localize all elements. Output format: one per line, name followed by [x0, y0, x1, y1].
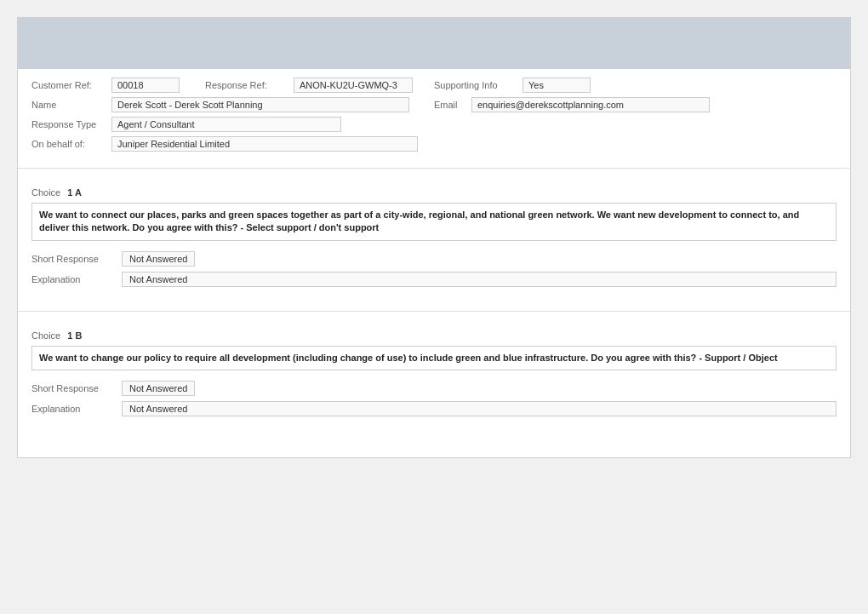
bottom-spacer: [18, 432, 850, 457]
choice-b-question: We want to change our policy to require …: [31, 346, 837, 370]
choice-b-short-response-label: Short Response: [31, 383, 117, 393]
choice-b-header: Choice 1 B: [31, 330, 837, 341]
supporting-info-value: Yes: [523, 77, 591, 93]
email-value: enquiries@derekscottplanning.com: [471, 97, 710, 112]
response-type-row: Response Type Agent / Consultant: [31, 117, 434, 132]
on-behalf-value: Juniper Residential Limited: [111, 136, 418, 152]
email-label: Email: [434, 100, 468, 110]
choice-b-explanation-value: Not Answered: [122, 401, 837, 416]
customer-ref-value: 00018: [111, 77, 180, 93]
customer-ref-label: Customer Ref:: [31, 80, 108, 90]
choice-a-short-response-row: Short Response Not Answered: [31, 251, 837, 267]
page-wrapper: Customer Ref: 00018 Response Ref: ANON-K…: [0, 0, 868, 614]
choice-b-short-response-value: Not Answered: [122, 381, 195, 396]
choice-b-value: 1 B: [67, 330, 82, 341]
divider-1: [18, 168, 850, 169]
choice-a-value: 1 A: [67, 187, 82, 198]
response-type-label: Response Type: [31, 119, 108, 129]
choice-b-explanation-label: Explanation: [31, 404, 117, 414]
on-behalf-label: On behalf of:: [31, 139, 108, 149]
left-info-col: Customer Ref: 00018 Response Ref: ANON-K…: [31, 77, 434, 156]
email-row: Email enquiries@derekscottplanning.com: [434, 97, 837, 112]
name-label: Name: [31, 100, 108, 110]
choice-b-explanation-row: Explanation Not Answered: [31, 401, 837, 416]
choice-a-short-response-value: Not Answered: [122, 251, 195, 267]
supporting-info-row: Supporting Info Yes: [434, 77, 837, 93]
main-card: Customer Ref: 00018 Response Ref: ANON-K…: [17, 17, 851, 458]
choice-a-explanation-row: Explanation Not Answered: [31, 272, 837, 287]
supporting-info-label: Supporting Info: [434, 80, 519, 90]
choice-a-short-response-label: Short Response: [31, 254, 117, 264]
top-info-section: Customer Ref: 00018 Response Ref: ANON-K…: [18, 69, 850, 159]
choice-b-label: Choice: [31, 330, 60, 341]
name-value: Derek Scott - Derek Scott Planning: [111, 97, 409, 112]
choice-a-explanation-label: Explanation: [31, 274, 117, 284]
choice-b-short-response-row: Short Response Not Answered: [31, 381, 837, 396]
header-banner: [18, 18, 850, 69]
right-info-col: Supporting Info Yes Email enquiries@dere…: [434, 77, 837, 156]
divider-2: [18, 311, 850, 312]
choice-a-section: Choice 1 A We want to connect our places…: [18, 177, 850, 302]
response-ref-label: Response Ref:: [205, 80, 290, 90]
on-behalf-row: On behalf of: Juniper Residential Limite…: [31, 136, 434, 152]
choice-b-section: Choice 1 B We want to change our policy …: [18, 320, 850, 432]
choice-a-question: We want to connect our places, parks and…: [31, 203, 837, 241]
choice-a-header: Choice 1 A: [31, 187, 837, 198]
choice-a-explanation-value: Not Answered: [122, 272, 837, 287]
name-row: Name Derek Scott - Derek Scott Planning: [31, 97, 434, 112]
response-ref-value: ANON-KU2U-GWMQ-3: [294, 77, 413, 93]
choice-a-label: Choice: [31, 187, 60, 198]
response-type-value: Agent / Consultant: [111, 117, 341, 132]
customer-ref-row: Customer Ref: 00018 Response Ref: ANON-K…: [31, 77, 434, 93]
